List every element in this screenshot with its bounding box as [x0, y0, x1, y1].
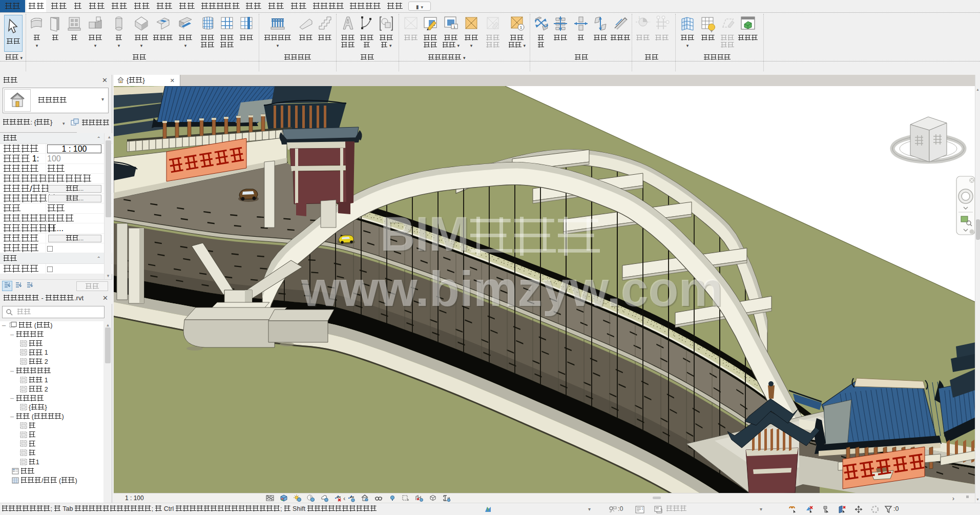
svg-text:1: 1 — [638, 16, 640, 19]
svg-text:1: 1 — [520, 25, 523, 30]
svg-text:1: 1 — [453, 25, 456, 29]
